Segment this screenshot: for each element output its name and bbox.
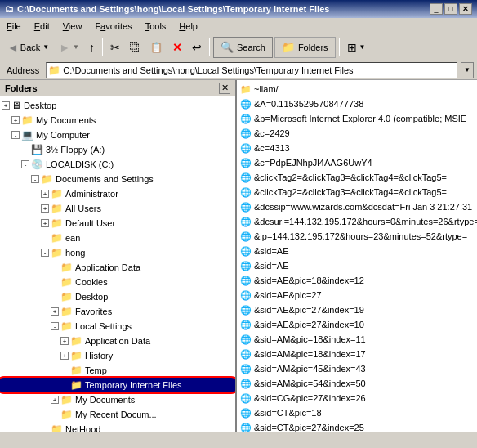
up-button[interactable]: ↑ [85,37,99,58]
file-item[interactable]: 🌐&A=0.11535295708477738 [237,96,477,111]
tree-item-my-documents2[interactable]: + 📁 My Documents [0,392,235,407]
file-item[interactable]: 🌐&sid=AE&pic=27 [237,288,477,302]
cut-button[interactable]: ✂ [106,37,124,58]
tree-item-docs-settings[interactable]: - 📁 Documents and Settings [0,172,235,186]
expand-localdisk[interactable]: - [21,160,29,168]
expand-favorites[interactable]: + [51,307,59,316]
file-item[interactable]: 🌐&c=PdpEJNhpJl4AAG6UwY4 [237,155,477,170]
file-label: &sid=AE [254,261,289,271]
file-item[interactable]: 🌐&dcssip=www.wizards.com&dcsdat=Fri Jan … [237,199,477,214]
file-item[interactable]: 📁~liam/ [237,82,477,96]
desktop-icon: 🖥 [11,100,21,111]
menu-help[interactable]: Help [176,20,201,32]
maximize-button[interactable]: □ [444,3,457,15]
tree-item-temp[interactable]: 📁 Temp [0,363,235,378]
file-item[interactable]: 🌐&dcsuri=144.132.195.172&hours=0&minutes… [237,214,477,229]
undo-button[interactable]: ↩ [188,37,206,58]
menu-file[interactable]: File [3,20,25,32]
address-dropdown[interactable]: ▼ [461,62,474,78]
file-item[interactable]: 🌐&c=2429 [237,126,477,141]
paste-button[interactable]: 📋 [146,37,167,58]
file-item[interactable]: 🌐&sid=AM&pic=18&index=11 [237,332,477,347]
folders-button[interactable]: 📁 Folders [274,37,336,58]
file-item[interactable]: 🌐&clickTag2=&clickTag3=&clickTag4=&click… [237,185,477,199]
file-icon: 🌐 [240,158,252,168]
address-input[interactable]: 📁 C:\Documents and Settings\hong\Local S… [46,62,457,78]
tree-item-my-recent[interactable]: 📁 My Recent Docum... [0,407,235,422]
expand-administrator[interactable]: + [41,190,49,198]
tree-item-desktop[interactable]: + 🖥 Desktop [0,98,235,113]
back-arrow: ▼ [42,43,49,51]
folder-panel-close-button[interactable]: ✕ [219,83,230,94]
file-item[interactable]: 🌐&sid=CT&pic=18 [237,405,477,420]
title-bar-icon: 🗂 [5,4,14,14]
copy-button[interactable]: ⿻ [126,37,145,58]
tree-item-temp-internet[interactable]: 📁 Temporary Internet Files [0,378,235,392]
menu-view[interactable]: View [60,20,86,32]
file-icon: 🌐 [240,202,252,213]
delete-button[interactable]: ✕ [168,37,186,58]
expand-default-user[interactable]: + [41,219,49,227]
file-item[interactable]: 🌐&sid=AM&pic=18&index=17 [237,347,477,361]
file-icon: 🌐 [240,423,252,432]
file-item[interactable]: 🌐&sid=AE&pic=27&index=19 [237,302,477,317]
tree-item-all-users[interactable]: + 📁 All Users [0,201,235,216]
floppy-icon: 💾 [31,144,43,155]
expand-my-documents2[interactable]: + [51,396,59,404]
tree-item-history[interactable]: + 📁 History [0,348,235,363]
expand-docs-settings[interactable]: - [31,175,39,183]
forward-button[interactable]: ► ▼ [55,37,83,58]
file-item[interactable]: 🌐&sid=AE&pic=27&index=10 [237,317,477,332]
dropdown-arrow-icon: ▼ [464,66,470,74]
file-item[interactable]: 🌐&ip=144.132.195.172&hours=23&minutes=52… [237,229,477,244]
file-item[interactable]: 🌐&sid=AE&pic=18&index=12 [237,273,477,288]
file-item[interactable]: 🌐&sid=AM&pic=45&index=43 [237,361,477,376]
tree-item-administrator[interactable]: + 📁 Administrator [0,186,235,201]
expand-hong[interactable]: - [41,249,49,257]
my-documents2-label: My Documents [75,395,135,405]
tree-item-my-documents[interactable]: + 📁 My Documents [0,113,235,128]
file-item[interactable]: 🌐&sid=AE [237,258,477,273]
tree-item-ean[interactable]: 📁 ean [0,231,235,245]
menu-favorites[interactable]: Favorites [91,20,135,32]
tree-item-localdisk[interactable]: - 💿 LOCALDISK (C:) [0,157,235,172]
search-button[interactable]: 🔍 Search [213,37,273,58]
tree-item-my-computer[interactable]: - 💻 My Computer [0,128,235,142]
menu-edit[interactable]: Edit [31,20,53,32]
file-item[interactable]: 🌐&b=Microsoft Internet Explorer 4.0 (com… [237,111,477,126]
close-button[interactable]: ✕ [459,3,472,15]
favorites-icon: 📁 [60,306,73,317]
expand-desktop[interactable]: + [2,101,10,110]
menu-tools[interactable]: Tools [142,20,170,32]
expand-all-users[interactable]: + [41,204,49,213]
tree-item-local-appdata[interactable]: + 📁 Application Data [0,334,235,348]
back-button[interactable]: ◄ Back ▼ [3,37,53,58]
file-icon: 🌐 [240,246,252,257]
file-item[interactable]: 🌐&sid=CT&pic=27&index=25 [237,420,477,432]
expand-history[interactable]: + [60,352,69,360]
tree-item-hong-appdata[interactable]: 📁 Application Data [0,260,235,275]
tree-item-cookies[interactable]: 📁 Cookies [0,275,235,289]
file-icon: 🌐 [240,408,252,419]
expand-my-documents[interactable]: + [11,116,20,124]
tree-item-favorites[interactable]: + 📁 Favorites [0,304,235,319]
tree-item-default-user[interactable]: + 📁 Default User [0,216,235,231]
address-folder-icon: 📁 [48,65,60,76]
administrator-icon: 📁 [51,188,63,199]
tree-item-local-settings[interactable]: - 📁 Local Settings [0,319,235,334]
file-item[interactable]: 🌐&sid=AE [237,244,477,258]
file-item[interactable]: 🌐&clickTag2=&clickTag3=&clickTag4=&click… [237,170,477,185]
file-item[interactable]: 🌐&sid=AM&pic=54&index=50 [237,376,477,391]
minimize-button[interactable]: _ [430,3,443,15]
expand-my-computer[interactable]: - [11,131,20,139]
expand-local-settings[interactable]: - [51,322,59,330]
file-item[interactable]: 🌐&c=4313 [237,141,477,155]
tree-item-floppy[interactable]: 💾 3½ Floppy (A:) [0,142,235,157]
views-button[interactable]: ⊞ ▼ [343,37,370,58]
tree-item-hong-desktop[interactable]: 📁 Desktop [0,289,235,304]
file-item[interactable]: 🌐&sid=CG&pic=27&index=26 [237,391,477,405]
expand-local-appdata[interactable]: + [60,337,69,345]
tree-item-nethood[interactable]: 📁 NetHood [0,422,235,432]
views-icon: ⊞ [347,41,357,54]
tree-item-hong[interactable]: - 📁 hong [0,245,235,260]
